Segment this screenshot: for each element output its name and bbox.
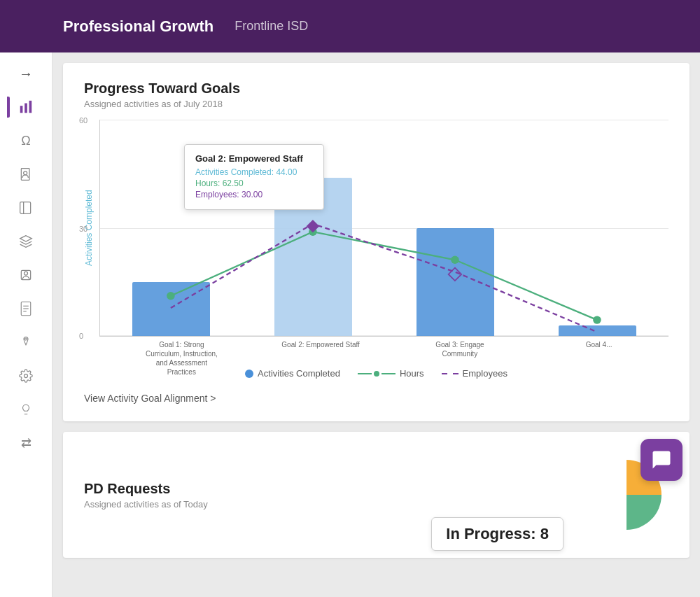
chat-icon <box>651 449 672 470</box>
svg-rect-3 <box>21 169 29 181</box>
person-pin-icon <box>19 268 33 282</box>
tooltip-hours: Hours: 62.50 <box>195 178 313 188</box>
svg-point-4 <box>24 171 27 175</box>
pd-subtitle: Assigned activities as of Today <box>84 499 574 510</box>
sidebar-item-arrow[interactable]: → <box>8 59 43 87</box>
chart-tooltip: Goal 2: Empowered Staff Activities Compl… <box>184 144 324 210</box>
pd-title: PD Requests <box>84 481 574 497</box>
main-content: Progress Toward Goals Assigned activitie… <box>52 52 700 597</box>
bar-goal4 <box>559 325 637 336</box>
tooltip-activities: Activities Completed: 44.00 <box>195 167 313 177</box>
app-org: Frontline ISD <box>234 19 308 34</box>
sidebar-item-pin[interactable] <box>8 328 43 356</box>
sidebar-item-lightbulb[interactable] <box>8 395 43 423</box>
progress-title: Progress Toward Goals <box>84 80 668 97</box>
bar-goal3 <box>416 228 495 337</box>
sidebar-item-contacts[interactable] <box>8 160 43 188</box>
tooltip-employees: Employees: 30.00 <box>195 190 313 199</box>
gear-icon <box>19 369 33 383</box>
view-activity-link[interactable]: View Activity Goal Alignment > <box>84 393 668 404</box>
sidebar-item-chart[interactable] <box>8 93 43 121</box>
sidebar-rail: → Ω <box>0 52 52 597</box>
svg-point-12 <box>25 338 27 340</box>
chart-inner: 0 30 60 <box>99 120 668 337</box>
svg-rect-2 <box>29 101 32 113</box>
document-icon <box>20 301 32 316</box>
chart-area: Activities Completed 0 30 60 <box>84 120 668 358</box>
sidebar-item-transfer[interactable]: ⇄ <box>8 429 43 457</box>
address-book-icon <box>19 167 33 181</box>
sidebar-item-layers[interactable] <box>8 227 43 255</box>
progress-card: Progress Toward Goals Assigned activitie… <box>63 63 690 421</box>
layers-icon <box>19 234 33 248</box>
svg-rect-1 <box>24 104 27 113</box>
chart-container: Activities Completed 0 30 60 <box>84 120 668 337</box>
pin-icon <box>20 335 32 350</box>
x-label-goal1: Goal 1: StrongCurriculum, Instruction,an… <box>112 340 251 377</box>
book-icon <box>19 201 33 215</box>
svg-rect-0 <box>20 106 23 113</box>
chat-button[interactable] <box>640 439 682 481</box>
pd-requests-card: PD Requests Assigned activities as of To… <box>63 432 690 558</box>
sidebar-item-person[interactable] <box>8 261 43 289</box>
sidebar-item-document[interactable] <box>8 295 43 323</box>
sidebar-item-book[interactable] <box>8 194 43 222</box>
x-label-goal3: Goal 3: EngageCommunity <box>391 340 530 377</box>
app-header: Professional Growth Frontline ISD <box>0 0 700 52</box>
tooltip-title: Goal 2: Empowered Staff <box>195 153 313 164</box>
svg-point-13 <box>24 374 28 378</box>
sidebar-item-omega[interactable]: Ω <box>8 127 43 155</box>
x-label-goal2: Goal 2: Empowered Staff <box>251 340 391 377</box>
app-title: Professional Growth <box>63 17 214 36</box>
progress-subtitle: Assigned activities as of July 2018 <box>84 99 668 109</box>
svg-point-7 <box>24 272 28 275</box>
bar-goal1 <box>132 282 211 336</box>
in-progress-badge: In Progress: 8 <box>431 517 564 551</box>
lightbulb-icon <box>20 402 32 417</box>
pd-info: PD Requests Assigned activities as of To… <box>84 481 574 510</box>
bar-chart-icon <box>18 99 34 115</box>
x-label-goal4: Goal 4... <box>529 340 668 377</box>
sidebar-item-settings[interactable] <box>8 362 43 390</box>
